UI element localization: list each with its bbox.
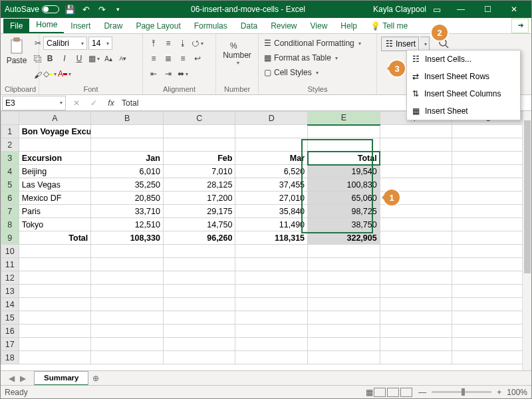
col-C[interactable]: C [163, 112, 235, 125]
row-17[interactable]: 17 [1, 338, 525, 351]
cell-C5[interactable]: 28,125 [163, 178, 235, 192]
cell-D4[interactable]: 6,520 [235, 165, 308, 178]
row-11[interactable]: 11 [1, 258, 525, 271]
format-as-table-button[interactable]: ▦Format as Table▾ [263, 51, 339, 65]
number-format-button[interactable]: % Number ▾ [225, 37, 249, 66]
row-4[interactable]: 4Beijing6,0107,0106,52019,540 [1, 165, 525, 178]
border-button[interactable]: ▦▾ [87, 52, 100, 65]
tab-tell-me[interactable]: 💡 Tell me [364, 19, 414, 33]
row-5[interactable]: 5Las Vegas35,25028,12537,455100,830 [1, 178, 525, 192]
cell-C4[interactable]: 7,010 [163, 165, 235, 178]
tab-help[interactable]: Help [334, 19, 364, 33]
bold-button[interactable]: B [43, 52, 57, 65]
next-sheet-icon[interactable]: ▶ [20, 374, 26, 383]
underline-button[interactable]: U [72, 52, 86, 65]
insert-cells-button[interactable]: ☷ Insert [381, 37, 419, 51]
enter-formula-icon[interactable]: ✓ [87, 96, 100, 110]
tab-view[interactable]: View [304, 19, 334, 33]
row-3[interactable]: 3ExcursionJanFebMarTotal [1, 152, 525, 165]
name-box[interactable]: E3▾ [2, 96, 66, 110]
cell-A3[interactable]: Excursion [19, 152, 91, 165]
cell-B8[interactable]: 12,510 [91, 218, 164, 231]
grow-font-button[interactable]: A▴ [102, 52, 115, 65]
tab-home[interactable]: Home [29, 17, 64, 33]
row-15[interactable]: 15 [1, 311, 525, 325]
cell-D9[interactable]: 118,315 [235, 231, 308, 245]
cell-E7[interactable]: 98,725 [308, 205, 380, 218]
row-12[interactable]: 12 [1, 271, 525, 285]
merge-icon[interactable]: ⬌▾ [176, 67, 190, 80]
cell-A9[interactable]: Total [19, 231, 91, 245]
orientation-icon[interactable]: ⭯▾ [191, 37, 204, 50]
zoom-level[interactable]: 100% [507, 388, 527, 397]
row-8[interactable]: 8Tokyo12,51014,75011,49038,750 [1, 218, 525, 231]
paste-button[interactable]: Paste [5, 37, 29, 66]
ribbon-options-icon[interactable]: ▭ [432, 4, 442, 15]
row-2[interactable]: 2 [1, 138, 525, 152]
zoom-in-button[interactable]: + [497, 388, 501, 397]
vertical-scrollbar[interactable] [522, 111, 531, 370]
cell-B3[interactable]: Jan [91, 152, 164, 165]
col-E[interactable]: E [308, 112, 380, 125]
tab-draw[interactable]: Draw [97, 19, 129, 33]
align-center-icon[interactable]: ≣ [162, 52, 175, 65]
menu-insert-columns[interactable]: ⇅Insert Sheet Columns [407, 85, 520, 102]
cell-D7[interactable]: 35,840 [235, 205, 308, 218]
qat-more-icon[interactable]: ▾ [112, 4, 123, 15]
spreadsheet-grid[interactable]: A B C D E F G 1Bon Voyage Excursions 2 3… [1, 111, 531, 364]
align-left-icon[interactable]: ≡ [147, 52, 160, 65]
font-color-button[interactable]: A▾ [58, 67, 71, 80]
cell-C9[interactable]: 96,260 [163, 231, 235, 245]
cell-A7[interactable]: Paris [19, 205, 91, 218]
row-6[interactable]: 6Mexico DF20,85017,20027,01065,060 [1, 192, 525, 205]
tab-insert[interactable]: Insert [64, 19, 97, 33]
menu-insert-sheet[interactable]: ▦Insert Sheet [407, 102, 520, 120]
new-sheet-button[interactable]: ⊕ [88, 371, 103, 386]
cell-C3[interactable]: Feb [163, 152, 235, 165]
view-page-icon[interactable] [387, 388, 399, 397]
row-14[interactable]: 14 [1, 298, 525, 311]
cell-A6[interactable]: Mexico DF [19, 192, 91, 205]
cell-D5[interactable]: 37,455 [235, 178, 308, 192]
fx-icon[interactable]: fx [104, 96, 118, 110]
decrease-indent-icon[interactable]: ⇤ [147, 67, 160, 80]
align-top-icon[interactable]: ⭱ [147, 37, 160, 50]
increase-indent-icon[interactable]: ⇥ [162, 67, 175, 80]
zoom-out-button[interactable]: — [418, 388, 426, 397]
display-settings-icon[interactable]: ▦ [366, 388, 373, 397]
minimize-button[interactable]: — [448, 1, 474, 17]
view-normal-icon[interactable] [374, 388, 386, 397]
cell-A4[interactable]: Beijing [19, 165, 91, 178]
wrap-text-icon[interactable]: ↩ [191, 52, 204, 65]
cell-D6[interactable]: 27,010 [235, 192, 308, 205]
cell-C8[interactable]: 14,750 [163, 218, 235, 231]
row-16[interactable]: 16 [1, 325, 525, 338]
maximize-button[interactable]: ☐ [474, 1, 501, 17]
cell-C6[interactable]: 17,200 [163, 192, 235, 205]
select-all-corner[interactable] [1, 112, 19, 125]
align-right-icon[interactable]: ≡ [176, 52, 190, 65]
align-bottom-icon[interactable]: ⭳ [176, 37, 190, 50]
undo-icon[interactable]: ↶ [80, 4, 91, 15]
view-break-icon[interactable] [400, 388, 412, 397]
row-13[interactable]: 13 [1, 285, 525, 298]
sheet-tab-summary[interactable]: Summary [34, 371, 88, 386]
redo-icon[interactable]: ↷ [96, 4, 107, 15]
close-button[interactable]: ✕ [501, 1, 527, 17]
shrink-font-button[interactable]: A▾ [116, 52, 130, 65]
cell-C7[interactable]: 29,175 [163, 205, 235, 218]
row-1[interactable]: 1Bon Voyage Excursions [1, 125, 525, 138]
fill-color-button[interactable]: ◇▾ [43, 67, 57, 80]
col-D[interactable]: D [235, 112, 308, 125]
col-A[interactable]: A [19, 112, 91, 125]
row-18[interactable]: 18 [1, 351, 525, 364]
scroll-thumb[interactable] [524, 120, 531, 273]
font-size-select[interactable]: 14▾ [88, 37, 112, 50]
tab-page-layout[interactable]: Page Layout [129, 19, 187, 33]
tab-file[interactable]: File [3, 19, 29, 33]
cell-B6[interactable]: 20,850 [91, 192, 164, 205]
col-B[interactable]: B [91, 112, 164, 125]
menu-insert-cells[interactable]: ☷Insert Cells... [407, 51, 520, 68]
menu-insert-rows[interactable]: ⇄Insert Sheet Rows [407, 68, 520, 85]
italic-button[interactable]: I [58, 52, 71, 65]
